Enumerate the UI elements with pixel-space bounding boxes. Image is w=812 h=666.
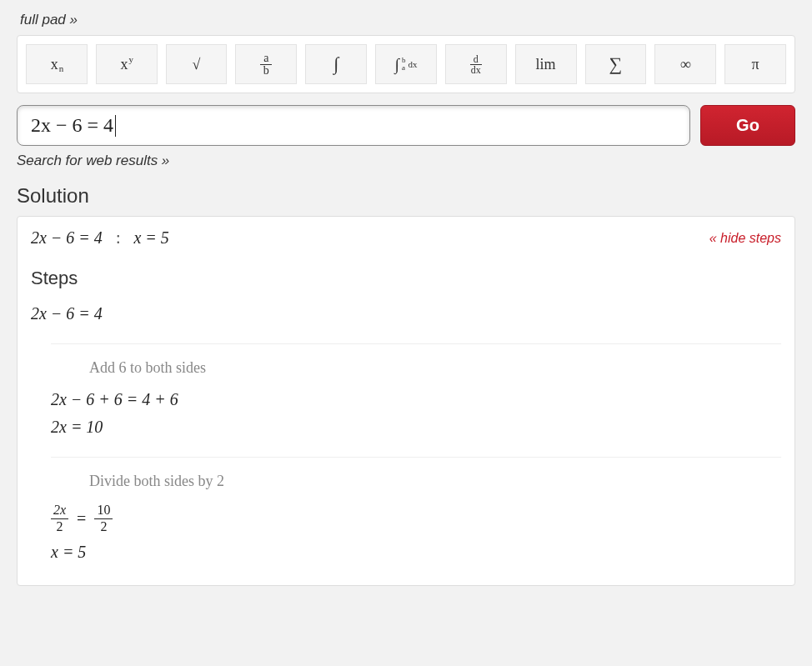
sum-icon: ∑	[609, 53, 623, 75]
pad-subscript-n: n	[59, 63, 64, 73]
pad-definite-integral-button[interactable]: ∫ b a dx	[375, 44, 437, 84]
text-cursor	[115, 115, 116, 137]
step2-line2: x = 5	[51, 543, 781, 562]
web-results-link[interactable]: Search for web results »	[17, 153, 169, 169]
solution-problem: 2x − 6 = 4	[31, 228, 103, 248]
step-explain-2: Divide both sides by 2	[89, 473, 781, 490]
step1-line2: 2x = 10	[51, 418, 781, 437]
keypad-panel: xn xy √ a b ∫ ∫ b a dx d dx lim ∑ ∞ π	[17, 35, 795, 93]
input-row: 2x − 6 = 4 Go	[17, 105, 795, 146]
hide-steps-link[interactable]: « hide steps	[709, 231, 781, 246]
limit-icon: lim	[536, 56, 556, 73]
frac-eq: =	[77, 509, 86, 528]
solution-answer: x = 5	[133, 228, 168, 248]
equation-input-value: 2x − 6 = 4	[31, 114, 113, 137]
pad-superscript-x: x	[120, 56, 128, 73]
derivative-icon: d dx	[468, 54, 484, 75]
pad-sum-button[interactable]: ∑	[585, 44, 647, 84]
solution-heading: Solution	[17, 184, 795, 208]
pad-sqrt-button[interactable]: √	[166, 44, 228, 84]
fraction-icon: a b	[260, 53, 273, 77]
pad-integral-button[interactable]: ∫	[305, 44, 367, 84]
solution-summary-row: 2x − 6 = 4 : x = 5 « hide steps	[31, 228, 781, 248]
step-initial: 2x − 6 = 4	[31, 304, 781, 323]
sqrt-icon: √	[193, 56, 201, 73]
pad-subscript-button[interactable]: xn	[26, 44, 88, 84]
pad-pi-button[interactable]: π	[724, 44, 786, 84]
steps-heading: Steps	[31, 268, 781, 289]
pad-fraction-button[interactable]: a b	[235, 44, 297, 84]
solution-summary: 2x − 6 = 4 : x = 5	[31, 228, 169, 248]
full-pad-link[interactable]: full pad »	[17, 10, 81, 30]
pad-superscript-button[interactable]: xy	[96, 44, 158, 84]
pad-derivative-button[interactable]: d dx	[445, 44, 507, 84]
step-block-1: Add 6 to both sides 2x − 6 + 6 = 4 + 6 2…	[51, 343, 781, 437]
pi-icon: π	[751, 56, 759, 73]
pad-superscript-y: y	[128, 54, 133, 64]
step2-line1: 2x 2 = 10 2	[51, 503, 781, 534]
frac-right: 10 2	[94, 503, 113, 534]
pad-subscript-x: x	[51, 56, 58, 73]
pad-limit-button[interactable]: lim	[515, 44, 577, 84]
step-block-2: Divide both sides by 2 2x 2 = 10 2 x = 5	[51, 457, 781, 562]
step-explain-1: Add 6 to both sides	[89, 359, 781, 377]
infinity-icon: ∞	[680, 56, 691, 73]
step1-line1: 2x − 6 + 6 = 4 + 6	[51, 390, 781, 409]
solution-colon: :	[116, 228, 121, 248]
equation-input[interactable]: 2x − 6 = 4	[17, 105, 690, 146]
definite-integral-icon: ∫ b a dx	[394, 55, 417, 74]
integral-icon: ∫	[333, 53, 338, 75]
solution-panel: 2x − 6 = 4 : x = 5 « hide steps Steps 2x…	[17, 216, 795, 586]
pad-infinity-button[interactable]: ∞	[654, 44, 716, 84]
go-button[interactable]: Go	[700, 105, 795, 146]
frac-left: 2x 2	[51, 503, 68, 534]
